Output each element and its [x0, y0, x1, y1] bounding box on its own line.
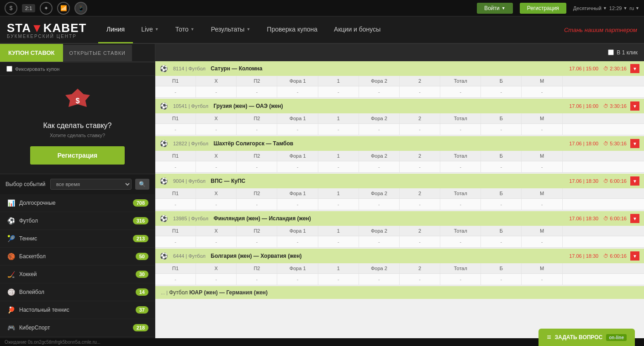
odds-val-7: - — [440, 199, 481, 210]
login-button[interactable]: Войти — [477, 3, 513, 14]
sport-item-0[interactable]: 📊 Долгосрочные 708 — [0, 194, 155, 212]
search-button[interactable]: 🔍 — [135, 179, 149, 190]
event-countdown-2: ⏱ 5:30:16 — [602, 141, 627, 146]
format-selector[interactable]: Десятичный ▼ — [573, 5, 607, 11]
odds-col-4: 1 — [318, 76, 359, 86]
odds-val-5: - — [359, 161, 400, 172]
chat-widget[interactable]: ≡ ЗАДАТЬ ВОПРОС on-line — [538, 329, 635, 346]
lang-selector[interactable]: ru ▼ — [629, 5, 639, 11]
odds-col-0: П1 — [155, 113, 196, 123]
sport-item-2[interactable]: 🎾 Теннис 213 — [0, 230, 155, 248]
odds-data-row-2: ---------- — [155, 161, 644, 173]
sport-item-6[interactable]: 🏓 Настольный теннис 37 — [0, 301, 155, 319]
odds-header-row-0: П1ХП2Фора 11Фора 22ТоталБМ — [155, 76, 644, 86]
odds-val-2: - — [237, 161, 277, 172]
sport-item-1[interactable]: ⚽ Футбол 316 — [0, 212, 155, 230]
logo-sub: БУКМЕКЕРСКИЙ ЦЕНТР — [7, 34, 89, 39]
sport-name-7: КиберСпорт — [19, 325, 133, 331]
top-bar-right: Войти Регистрация Десятичный ▼ 12:29 ▼ r… — [477, 3, 639, 14]
sport-item-5[interactable]: 🏐 Волейбол 14 — [0, 283, 155, 301]
event-countdown-3: ⏱ 6:00:16 — [602, 178, 627, 184]
odds-col-7: Тотал — [440, 151, 481, 161]
odds-col-3: Фора 1 — [277, 151, 318, 161]
odds-val-2: - — [237, 199, 277, 210]
nav-item-liniya[interactable]: Линия — [98, 16, 133, 43]
odds-col-5: Фора 2 — [359, 113, 400, 123]
odds-col-6: 2 — [400, 263, 440, 273]
top-bar-meta: Десятичный ▼ 12:29 ▼ ru ▼ — [573, 5, 639, 11]
event-partial-6: ... | Футбол ЮАР (жен) — Германия (жен) — [155, 286, 644, 299]
sport-count-6: 37 — [136, 306, 148, 314]
nav-item-promo[interactable]: Акции и бонусы — [326, 16, 389, 43]
time-select[interactable]: все время — [50, 179, 132, 190]
odds-col-9: М — [522, 76, 562, 86]
coupon-tab[interactable]: КУПОН СТАВОК — [0, 44, 63, 62]
sport-count-5: 14 — [136, 288, 148, 296]
odds-badge: 2:1 — [22, 4, 35, 12]
odds-val-7: - — [440, 161, 481, 172]
odds-col-4: 1 — [318, 188, 359, 198]
event-header-5[interactable]: ⚽ 6444 | Футбол Болгария (жен) — Хорвати… — [155, 249, 644, 263]
odds-val-4: - — [318, 86, 359, 97]
odds-col-6: 2 — [400, 188, 440, 198]
nav-item-live[interactable]: Live ▼ — [133, 16, 167, 43]
event-header-0[interactable]: ⚽ 8114 | Футбол Сатурн — Коломна 17.06 |… — [155, 61, 644, 76]
header: STA▼KABET БУКМЕКЕРСКИЙ ЦЕНТР ЛинияLive ▼… — [0, 16, 644, 44]
dollar-icon: $ — [5, 2, 17, 15]
odds-grid-5: П1ХП2Фора 11Фора 22ТоталБМ---------- — [155, 263, 644, 285]
odds-col-4: 1 — [318, 226, 359, 236]
odds-val-2: - — [237, 274, 277, 285]
sport-icon-6: 🏓 — [6, 305, 16, 314]
event-expand-2[interactable]: ▼ — [630, 139, 639, 148]
one-click-checkbox[interactable] — [608, 49, 614, 55]
event-header-1[interactable]: ⚽ 10541 | Футбол Грузия (жен) — ОАЭ (жен… — [155, 99, 644, 113]
odds-header-row-3: П1ХП2Фора 11Фора 22ТоталБМ — [155, 188, 644, 199]
lang-arrow: ▼ — [635, 6, 639, 11]
event-header-2[interactable]: ⚽ 12822 | Футбол Шахтёр Солигорск — Тамб… — [155, 136, 644, 151]
event-expand-1[interactable]: ▼ — [630, 101, 639, 111]
event-expand-3[interactable]: ▼ — [630, 176, 639, 186]
odds-col-7: Тотал — [440, 76, 481, 86]
event-name-1: Грузия (жен) — ОАЭ (жен) — [212, 103, 565, 109]
odds-col-2: П2 — [237, 188, 277, 198]
coupon-body: $ Как сделать ставку? Хотите сделать ста… — [0, 76, 155, 174]
sport-item-4[interactable]: 🏒 Хоккей 30 — [0, 266, 155, 283]
odds-val-6: - — [400, 161, 440, 172]
event-name-0: Сатурн — Коломна — [209, 65, 565, 72]
sport-item-7[interactable]: 🎮 КиберСпорт 218 — [0, 319, 155, 337]
sidebar: КУПОН СТАВОК ОТКРЫТЫЕ СТАВКИ Фиксировать… — [0, 44, 155, 346]
register-button[interactable]: Регистрация — [520, 3, 566, 14]
partner-link[interactable]: Стань нашим партнером — [564, 27, 637, 33]
nav-item-coupon[interactable]: Проверка купона — [259, 16, 326, 43]
main-nav: ЛинияLive ▼Тото ▼Результаты ▼Проверка ку… — [98, 16, 389, 43]
logo-text: STA▼KABET — [7, 21, 89, 35]
odds-val-3: - — [277, 274, 318, 285]
odds-val-2: - — [237, 236, 277, 247]
odds-val-9: - — [522, 236, 562, 247]
event-header-4[interactable]: ⚽ 13985 | Футбол Финляндия (жен) — Ислан… — [155, 211, 644, 226]
event-header-3[interactable]: ⚽ 9004 | Футбол ВПС — КуПС 17.06 | 18:30… — [155, 174, 644, 188]
odds-val-7: - — [440, 124, 481, 135]
sidebar-register-button[interactable]: Регистрация — [30, 146, 125, 165]
odds-val-0: - — [155, 199, 196, 210]
fix-coupon-checkbox[interactable] — [6, 66, 12, 72]
sport-item-3[interactable]: 🏀 Баскетбол 50 — [0, 248, 155, 266]
format-arrow: ▼ — [603, 6, 607, 11]
odds-val-4: - — [318, 199, 359, 210]
event-expand-4[interactable]: ▼ — [630, 214, 639, 223]
event-block-0: ⚽ 8114 | Футбол Сатурн — Коломна 17.06 |… — [155, 61, 644, 98]
nav-item-results[interactable]: Результаты ▼ — [203, 16, 259, 43]
events-container: ⚽ 8114 | Футбол Сатурн — Коломна 17.06 |… — [155, 61, 644, 299]
event-expand-0[interactable]: ▼ — [630, 64, 639, 73]
svg-text:$: $ — [75, 97, 79, 105]
odds-data-row-0: ---------- — [155, 86, 644, 98]
open-bets-tab[interactable]: ОТКРЫТЫЕ СТАВКИ — [63, 45, 132, 61]
event-expand-5[interactable]: ▼ — [630, 251, 639, 261]
mobile-icon[interactable]: 📱 — [74, 2, 87, 15]
event-block-5: ⚽ 6444 | Футбол Болгария (жен) — Хорвати… — [155, 249, 644, 285]
odds-col-1: Х — [196, 151, 237, 161]
chat-label: ЗАДАТЬ ВОПРОС — [555, 334, 603, 341]
nav-item-toto[interactable]: Тото ▼ — [167, 16, 203, 43]
one-click-toggle[interactable]: В 1 клик — [608, 49, 638, 56]
odds-col-2: П2 — [237, 113, 277, 123]
